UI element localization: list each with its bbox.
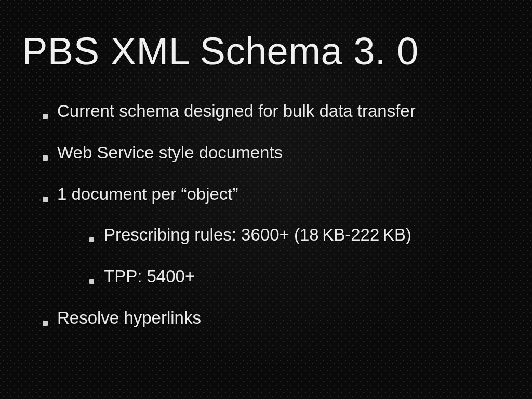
slide-title: PBS XML Schema 3. 0 [22,29,510,73]
list-item: Current schema designed for bulk data tr… [43,101,510,121]
list-item: TPP: 5400+ [89,267,510,286]
sub-bullet-list: Prescribing rules: 3600+ (18 KB-222 KB) … [57,225,510,286]
list-item-label: 1 document per “object” [57,184,238,204]
list-item: Resolve hyperlinks [43,308,510,328]
list-item: 1 document per “object” Prescribing rule… [43,184,510,286]
bullet-list: Current schema designed for bulk data tr… [22,101,510,328]
list-item: Prescribing rules: 3600+ (18 KB-222 KB) [89,225,510,245]
list-item: Web Service style documents [43,143,510,163]
